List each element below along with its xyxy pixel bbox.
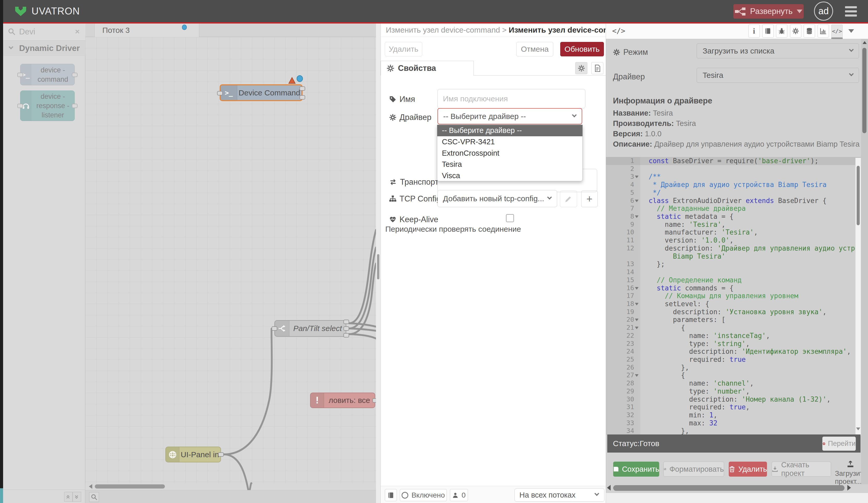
keepalive-checkbox[interactable]	[506, 214, 514, 222]
fold-caret-icon[interactable]	[635, 374, 639, 377]
format-button[interactable]: Форматировать	[663, 462, 724, 476]
canvas-node-device-command[interactable]: >_ Device Command	[220, 84, 303, 101]
tab-properties[interactable]: Свойства	[381, 61, 474, 76]
scroll-left-arrow-icon[interactable]	[607, 485, 611, 491]
code-editor[interactable]: 1const BaseDriver = require('base-driver…	[606, 157, 861, 437]
code-tab-button[interactable]: </>	[831, 24, 843, 38]
node-scope-select[interactable]: На всех потоках	[515, 488, 604, 502]
sidebar-horizontal-scrollbar[interactable]	[606, 484, 868, 492]
fold-caret-icon[interactable]	[635, 175, 639, 178]
code-line[interactable]: 23 type: 'string',	[606, 340, 861, 348]
code-line[interactable]: 13 };	[606, 260, 861, 268]
code-line[interactable]: 10 manufacturer: 'Tesira',	[606, 228, 861, 237]
context-tab-button[interactable]	[804, 24, 815, 38]
node-output-port-2[interactable]	[300, 95, 305, 100]
node-output-port[interactable]	[72, 104, 78, 108]
scrollbar-thumb[interactable]	[857, 166, 860, 225]
node-help-button[interactable]	[385, 489, 397, 501]
node-output-port-2[interactable]	[343, 326, 349, 331]
chart-tab-button[interactable]	[818, 24, 829, 38]
code-line[interactable]: 27 {	[606, 371, 861, 379]
code-line[interactable]: 17 // Команды для управления уровнем	[606, 292, 861, 300]
canvas-grid[interactable]	[85, 37, 376, 483]
palette-search-clear-icon[interactable]: ×	[75, 27, 80, 36]
main-menu-button[interactable]	[845, 6, 857, 17]
code-line[interactable]: 25 required: true	[606, 355, 861, 364]
node-users-button[interactable]: 0	[450, 489, 468, 501]
breadcrumb-parent[interactable]: Изменить узел device-command	[386, 26, 500, 34]
update-button[interactable]: Обновить	[560, 42, 604, 57]
canvas-node-pan-tilt-select[interactable]: Pan/Tilt select	[275, 320, 346, 337]
code-line[interactable]: 32 min: 1,	[606, 411, 861, 419]
node-input-port[interactable]	[17, 73, 23, 77]
code-line[interactable]: 8 static metadata = {	[606, 213, 861, 221]
sidebar-tabs-caret-icon[interactable]	[848, 29, 854, 33]
code-line[interactable]: 34 },	[606, 427, 861, 435]
node-output-port-1[interactable]	[343, 320, 349, 324]
node-output-port-3[interactable]	[343, 333, 349, 338]
palette-node-device-command[interactable]: >_ device -command	[20, 64, 75, 85]
scrollbar-thumb[interactable]	[613, 485, 845, 491]
code-line[interactable]: 12 description: 'Драйвер для управления …	[606, 244, 861, 252]
delete-driver-button[interactable]: Удалить	[729, 462, 767, 476]
code-line[interactable]: 22 name: 'instanceTag',	[606, 332, 861, 340]
deploy-button[interactable]: Развернуть	[733, 4, 804, 19]
code-line[interactable]: 4 * Драйвер для аудио устройства Biamp T…	[606, 181, 861, 189]
scrollbar-thumb[interactable]	[95, 484, 165, 489]
code-line[interactable]: 16 static commands = {	[606, 284, 861, 292]
info-tab-button[interactable]: i	[748, 24, 760, 38]
flow-canvas[interactable]: Поток 3 >_ Device Command Pan/Tilt selec…	[85, 23, 376, 503]
code-line[interactable]: 2	[606, 165, 861, 173]
driver-option[interactable]: Tesira	[437, 159, 582, 170]
user-avatar[interactable]: ad	[814, 2, 833, 21]
palette-search-value[interactable]: Devi	[19, 27, 35, 37]
code-line[interactable]: 15 // Определение команд	[606, 276, 861, 284]
scroll-right-arrow-icon[interactable]	[847, 485, 851, 491]
code-line[interactable]: 26 },	[606, 364, 861, 372]
save-button[interactable]: Сохранить	[613, 462, 659, 476]
palette-node-device-response-listener[interactable]: device -response -listener	[20, 91, 75, 121]
scroll-up-arrow-icon[interactable]	[862, 41, 867, 44]
node-docs-button[interactable]	[591, 62, 603, 74]
code-line[interactable]: 33 max: 32	[606, 419, 861, 427]
code-line[interactable]: 3/**	[606, 173, 861, 181]
canvas-node-ui-panel-in[interactable]: UI-Panel in	[165, 446, 221, 462]
delete-node-button[interactable]: Удалить	[385, 42, 422, 57]
code-line[interactable]: 11 version: '1.0.0',	[606, 237, 861, 244]
code-line[interactable]: 31 required: true,	[606, 403, 861, 411]
code-line[interactable]: 21 {	[606, 324, 861, 332]
goto-button[interactable]: Перейти	[822, 436, 856, 451]
code-line[interactable]: 18 setLevel: {	[606, 300, 861, 308]
help-tab-button[interactable]	[762, 24, 774, 38]
code-line[interactable]: 28 name: 'channel',	[606, 379, 861, 388]
code-line[interactable]: 5 */	[606, 189, 861, 197]
code-line[interactable]: Biamp Tesira'	[606, 252, 861, 260]
deploy-caret-icon[interactable]	[797, 10, 802, 13]
code-line[interactable]: 1const BaseDriver = require('base-driver…	[606, 157, 861, 165]
node-output-port-1[interactable]	[300, 87, 305, 91]
scrollbar-thumb[interactable]	[377, 254, 379, 279]
download-project-button[interactable]: Скачать проект	[772, 462, 831, 476]
node-input-port[interactable]	[271, 326, 277, 331]
driver-option[interactable]: -- Выберите драйвер --	[437, 125, 582, 136]
fold-caret-icon[interactable]	[635, 303, 639, 305]
code-line[interactable]: 14	[606, 268, 861, 276]
scrollbar-thumb[interactable]	[862, 48, 866, 133]
expand-all-button[interactable]: »	[73, 492, 81, 502]
fold-caret-icon[interactable]	[635, 326, 639, 329]
code-line[interactable]: 7 // Метаданные драйвера	[606, 204, 861, 213]
edit-tcp-config-button[interactable]	[560, 191, 577, 207]
fold-caret-icon[interactable]	[635, 319, 639, 321]
code-line[interactable]: 24 description: 'Идентификатор экземпляр…	[606, 348, 861, 355]
collapse-all-button[interactable]: «	[64, 492, 73, 502]
driver-option[interactable]: CSC-VPR-3421	[437, 136, 582, 148]
node-input-port[interactable]	[217, 91, 223, 95]
code-line[interactable]: 20 parameters: [	[606, 316, 861, 324]
node-output-port[interactable]	[72, 73, 78, 77]
canvas-vertical-scrollbar[interactable]	[376, 23, 380, 503]
driver-option[interactable]: ExtronCrosspoint	[437, 148, 582, 159]
palette-search[interactable]: Devi ×	[3, 23, 85, 41]
code-line[interactable]: 19 description: 'Установка уровня звука'…	[606, 308, 861, 316]
canvas-search-button[interactable]	[89, 492, 99, 502]
config-tab-button[interactable]	[790, 24, 801, 38]
